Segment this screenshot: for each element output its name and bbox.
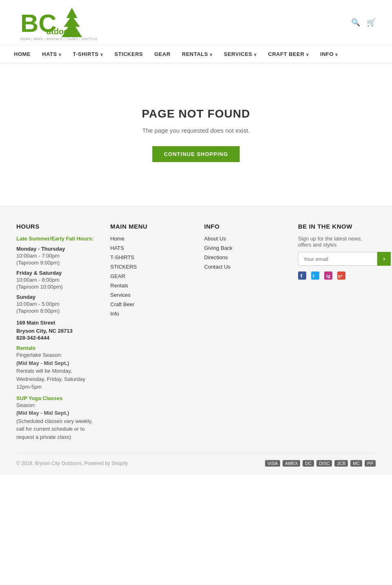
nav-item-rentals[interactable]: RENTALS (176, 45, 218, 63)
footer-menu-gear[interactable]: GEAR (110, 273, 188, 279)
svg-text:ig: ig (326, 274, 330, 278)
footer-menu-home[interactable]: Home (110, 236, 188, 242)
svg-rect-6 (311, 271, 319, 280)
footer-main-menu-column: MAIN MENU Home HATS T-SHIRTS STICKERS GE… (110, 223, 188, 441)
svg-text:g+: g+ (338, 274, 343, 278)
footer-newsletter-column: BE IN THE KNOW Sign up for the latest ne… (298, 223, 376, 441)
svg-text:f: f (301, 273, 303, 279)
payment-visa: VISA (265, 460, 280, 467)
hours-time-1: 10:00am - 8:00pm (16, 277, 94, 283)
footer-menu-rentals[interactable]: Rentals (110, 282, 188, 289)
page-title: PAGE NOT FOUND (142, 107, 250, 120)
footer-hours-title: HOURS (16, 223, 94, 230)
footer-sup-season: (Mid May - Mid Sept.) (16, 409, 94, 417)
search-icon: 🔍 (351, 18, 360, 27)
footer-hours-column: HOURS Late Summer/Early Fall Hours: Mond… (16, 223, 94, 441)
footer-columns: HOURS Late Summer/Early Fall Hours: Mond… (16, 223, 376, 441)
footer-bottom: © 2018, Bryson City Outdoors, Powered by… (16, 453, 376, 467)
hours-day-1: Friday & Saturday (16, 270, 94, 276)
newsletter-submit-button[interactable]: › (377, 252, 391, 266)
nav-item-home[interactable]: HOME (8, 45, 36, 63)
cart-icon: 🛒 (367, 18, 376, 27)
nav-item-tshirts[interactable]: T-SHIRTS (67, 45, 109, 63)
footer-sup-season-label: Season: (16, 401, 94, 409)
instagram-icon[interactable]: ig (324, 271, 332, 282)
footer-menu-hats[interactable]: HATS (110, 245, 188, 251)
footer-menu-craft-beer[interactable]: Craft Beer (110, 301, 188, 307)
footer-newsletter-title: BE IN THE KNOW (298, 223, 376, 230)
logo[interactable]: BC utdoors GEAR | BEER | RENTALS | TOURS… (16, 4, 98, 41)
payment-jcb: JCB (334, 460, 348, 467)
social-icons: f t ig (298, 271, 376, 282)
footer-info-column: INFO About Us Giving Back Directions Con… (204, 223, 282, 441)
hours-time-2: 10:00am - 5:00pm (16, 301, 94, 307)
footer-info-giving-back[interactable]: Giving Back (204, 245, 282, 251)
footer-address: 169 Main Street Bryson City, NC 28713 (16, 319, 94, 335)
copyright-text: © 2018, Bryson City Outdoors, Powered by… (16, 460, 128, 466)
hours-note-2: (Taproom 8:00pm) (16, 308, 94, 314)
nav-item-services[interactable]: SERVICES (218, 45, 262, 63)
payment-paypal: PP (365, 460, 376, 467)
footer-newsletter-desc: Sign up for the latest news, offers and … (298, 236, 376, 248)
footer-sup-desc: (Scheduled classes vary weekly, call for… (16, 417, 94, 441)
address-line1: 169 Main Street (16, 320, 55, 326)
footer-rentals-season-label: Fingerlake Season: (16, 351, 94, 359)
svg-text:t: t (313, 274, 314, 278)
main-nav: HOME HATS T-SHIRTS STICKERS GEAR RENTALS… (0, 45, 392, 63)
nav-item-stickers[interactable]: STICKERS (109, 45, 149, 63)
footer-info-about[interactable]: About Us (204, 236, 282, 242)
payment-diners: DC (303, 460, 314, 467)
footer-hours-section-title: Late Summer/Early Fall Hours: (16, 236, 94, 242)
hours-time-0: 10:00am - 7:00pm (16, 253, 94, 259)
footer-menu-tshirts[interactable]: T-SHIRTS (110, 254, 188, 260)
google-plus-icon[interactable]: g+ (337, 271, 345, 282)
twitter-icon[interactable]: t (311, 271, 319, 282)
nav-item-hats[interactable]: HATS (36, 45, 67, 63)
footer-info-contact[interactable]: Contact Us (204, 264, 282, 270)
footer-rentals-season: (Mid May - Mid Sept.) (16, 359, 94, 367)
footer-main-menu-title: MAIN MENU (110, 223, 188, 230)
hours-note-1: (Taproom 10:00pm) (16, 284, 94, 290)
page-description: The page you requested does not exist. (142, 127, 250, 134)
svg-text:utdoors: utdoors (46, 27, 76, 36)
cart-button[interactable]: 🛒 (367, 18, 376, 27)
hours-day-2: Sunday (16, 294, 94, 300)
footer-menu-stickers[interactable]: STICKERS (110, 264, 188, 270)
site-header: BC utdoors GEAR | BEER | RENTALS | TOURS… (0, 0, 392, 45)
footer-info-title: INFO (204, 223, 282, 230)
footer-phone: 828-342-6444 (16, 335, 94, 341)
nav-item-info[interactable]: INFO (314, 45, 344, 63)
payment-icons: VISA AMEX DC DISC JCB MC PP (265, 460, 376, 467)
payment-amex: AMEX (283, 460, 300, 467)
facebook-icon[interactable]: f (298, 271, 306, 282)
hours-day-0: Monday - Thursday (16, 246, 94, 252)
newsletter-email-input[interactable] (298, 252, 377, 266)
footer-rentals-desc: Rentals will be Monday, Wednesday, Frida… (16, 367, 94, 383)
address-line2: Bryson City, NC 28713 (16, 328, 73, 334)
svg-text:GEAR | BEER | RENTALS | TOURS : GEAR | BEER | RENTALS | TOURS | SHUTTLE (20, 37, 98, 41)
newsletter-form: › (298, 252, 376, 266)
search-button[interactable]: 🔍 (351, 18, 360, 27)
nav-item-craft-beer[interactable]: CRAFT BEER (263, 45, 315, 63)
payment-mastercard: MC (350, 460, 362, 467)
main-content: PAGE NOT FOUND The page you requested do… (0, 63, 392, 206)
header-actions: 🔍 🛒 (351, 18, 376, 27)
footer-menu-info[interactable]: Info (110, 311, 188, 317)
continue-shopping-button[interactable]: CONTINUE SHOPPING (152, 146, 239, 162)
footer-menu-services[interactable]: Services (110, 292, 188, 298)
footer-info-directions[interactable]: Directions (204, 254, 282, 260)
site-footer: HOURS Late Summer/Early Fall Hours: Mond… (0, 206, 392, 475)
payment-discover: DISC (316, 460, 332, 467)
footer-rentals-link[interactable]: Rentals (16, 345, 94, 351)
footer-rentals-hours: 12pm-5pm (16, 383, 94, 391)
nav-item-gear[interactable]: GEAR (149, 45, 176, 63)
footer-sup-link[interactable]: SUP Yoga Classes (16, 395, 94, 401)
hours-note-0: (Taproom 9:00pm) (16, 260, 94, 266)
